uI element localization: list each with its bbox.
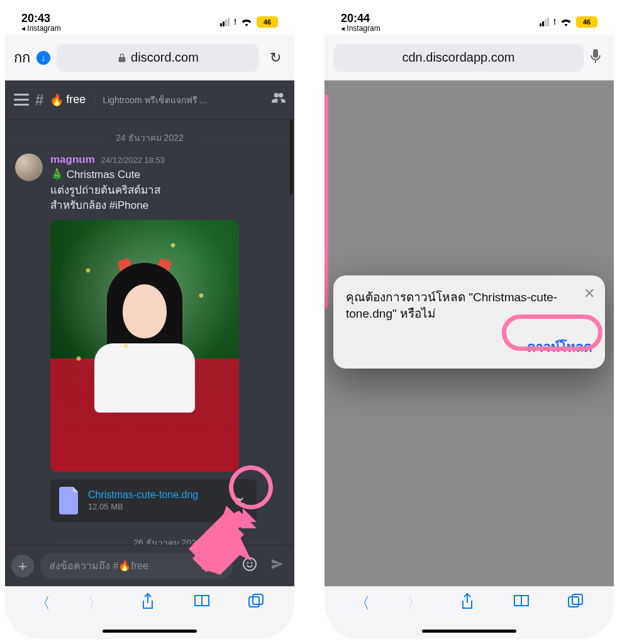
status-time: 20:43 bbox=[21, 12, 61, 25]
forward-button: 〉 bbox=[407, 593, 422, 613]
reload-button[interactable]: ↻ bbox=[265, 50, 286, 66]
file-name[interactable]: Christmas-cute-tone.dng bbox=[88, 489, 198, 501]
url-host: discord.com bbox=[131, 50, 199, 65]
send-icon[interactable] bbox=[267, 557, 288, 575]
safari-address-bar: cdn.discordapp.com bbox=[325, 35, 614, 80]
svg-rect-7 bbox=[249, 597, 259, 607]
annotation-oval bbox=[502, 314, 602, 351]
svg-rect-11 bbox=[572, 594, 582, 604]
tabs-button[interactable] bbox=[567, 593, 584, 613]
svg-rect-8 bbox=[253, 594, 263, 604]
tabs-button[interactable] bbox=[248, 593, 264, 613]
file-size: 12.05 MB bbox=[88, 502, 198, 511]
url-field[interactable]: cdn.discordapp.com bbox=[333, 44, 584, 72]
date-divider-1: 24 ธันวาคม 2022 bbox=[5, 131, 294, 145]
svg-rect-9 bbox=[593, 49, 598, 58]
page-body: คุณต้องการดาวน์โหลด "Christmas-cute-tone… bbox=[325, 80, 614, 586]
add-attachment-button[interactable]: ＋ bbox=[11, 555, 34, 577]
close-button[interactable]: ✕ bbox=[584, 286, 595, 302]
safari-address-bar: กก ↓ discord.com ↻ bbox=[5, 35, 294, 80]
cellular-signal-icon bbox=[540, 18, 549, 26]
battery-indicator: 46 bbox=[576, 16, 597, 28]
download-indicator-icon[interactable]: ↓ bbox=[36, 51, 50, 65]
hash-icon: # bbox=[35, 91, 43, 109]
status-bar: 20:44 ◂ Instagram ! 46 bbox=[325, 5, 614, 35]
bookmarks-button[interactable] bbox=[193, 593, 211, 612]
back-button[interactable]: 〈 bbox=[355, 593, 370, 613]
annotation-edge bbox=[325, 94, 328, 308]
message-image[interactable] bbox=[50, 220, 239, 472]
url-host: cdn.discordapp.com bbox=[402, 50, 515, 65]
dictation-icon[interactable] bbox=[590, 48, 605, 67]
annotation-arrow bbox=[182, 499, 258, 575]
cellular-signal-icon bbox=[220, 18, 230, 26]
battery-indicator: 46 bbox=[257, 16, 278, 28]
file-icon bbox=[59, 487, 80, 514]
svg-rect-10 bbox=[569, 597, 579, 607]
status-bar: 20:43 ◂ Instagram ! 46 bbox=[5, 5, 294, 35]
message-text: 🎄 Christmas Cute แต่งรูปถ่ายต้นคริสต์มาส… bbox=[50, 167, 284, 214]
phone-left: 20:43 ◂ Instagram ! 46 กก ↓ discord.com … bbox=[5, 5, 294, 639]
home-indicator[interactable] bbox=[103, 630, 197, 633]
phone-right: 20:44 ◂ Instagram ! 46 cdn.discordapp.co… bbox=[325, 5, 614, 639]
members-icon[interactable] bbox=[272, 91, 286, 108]
message-timestamp: 24/12/2022 18:53 bbox=[101, 155, 165, 165]
share-button[interactable] bbox=[140, 593, 155, 614]
wifi-icon bbox=[240, 18, 253, 26]
lock-icon bbox=[117, 53, 127, 63]
message-author[interactable]: magnum bbox=[50, 153, 95, 166]
forward-button: 〉 bbox=[87, 593, 103, 613]
hamburger-menu-icon[interactable] bbox=[14, 94, 29, 106]
status-time: 20:44 bbox=[341, 12, 380, 25]
text-size-button[interactable]: กก bbox=[14, 47, 30, 69]
share-button[interactable] bbox=[460, 593, 475, 614]
wifi-icon bbox=[560, 18, 572, 26]
url-field[interactable]: discord.com bbox=[57, 44, 259, 72]
channel-name[interactable]: 🔥free bbox=[50, 93, 86, 107]
signal-alert-icon: ! bbox=[234, 18, 236, 26]
status-back-app[interactable]: ◂ Instagram bbox=[341, 24, 380, 33]
home-indicator[interactable] bbox=[422, 630, 516, 633]
back-button[interactable]: 〈 bbox=[35, 593, 50, 613]
channel-topic[interactable]: Lightroom พรีเซ็ตแจกฟรี ... bbox=[94, 93, 265, 107]
avatar[interactable] bbox=[15, 153, 43, 181]
signal-alert-icon: ! bbox=[553, 18, 556, 26]
discord-header: # 🔥free Lightroom พรีเซ็ตแจกฟรี ... bbox=[5, 80, 294, 119]
status-back-app[interactable]: ◂ Instagram bbox=[21, 24, 61, 33]
bookmarks-button[interactable] bbox=[513, 593, 530, 612]
